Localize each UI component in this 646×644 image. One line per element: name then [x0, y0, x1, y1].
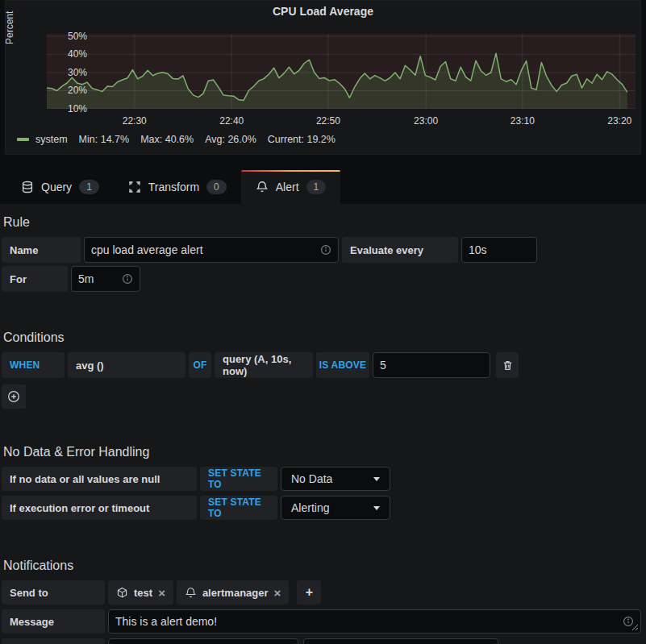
chart-legend: system Min: 14.7% Max: 40.6% Avg: 26.0% … — [17, 134, 347, 145]
y-tick-label: 40% — [55, 48, 87, 60]
legend-max: Max: 40.6% — [140, 134, 194, 145]
y-tick-label: 30% — [55, 67, 87, 78]
chevron-down-icon — [373, 477, 380, 481]
plot-area[interactable] — [47, 34, 636, 109]
cpu-load-panel: CPU Load Average Percent 10%20%30%40%50%… — [5, 0, 641, 155]
tag-value-field — [303, 638, 498, 644]
y-tick-label: 50% — [55, 31, 87, 42]
rule-for-input[interactable] — [78, 272, 122, 285]
rule-name-label: Name — [2, 237, 81, 263]
condition-reducer-button[interactable]: avg () — [68, 352, 185, 378]
rule-evaluate-label: Evaluate every — [342, 237, 458, 263]
alert-tab-content: Rule Name Evaluate every For Cond — [0, 204, 646, 644]
rule-for-field — [71, 266, 140, 292]
x-tick-label: 23:00 — [407, 115, 444, 127]
chevron-down-icon — [373, 506, 380, 510]
y-tick-label: 10% — [55, 103, 87, 114]
condition-value-input[interactable] — [380, 359, 483, 372]
y-tick-label: 20% — [55, 85, 87, 96]
no-data-label: If no data or all values are null — [2, 467, 197, 491]
x-tick-label: 22:50 — [310, 115, 347, 127]
message-input[interactable] — [115, 615, 623, 628]
exec-error-set-state-button[interactable]: SET STATE TO — [200, 496, 277, 520]
legend-avg: Avg: 26.0% — [205, 134, 256, 145]
tab-transform-label: Transform — [148, 181, 199, 193]
exec-error-state-select[interactable]: Alerting — [281, 496, 390, 520]
plus-circle-icon — [7, 390, 20, 403]
tab-alert-label: Alert — [276, 181, 299, 193]
notifications-heading: Notifications — [2, 523, 641, 573]
cpu-load-chart — [47, 34, 636, 109]
legend-current: Current: 19.2% — [268, 134, 336, 145]
rule-for-label: For — [2, 266, 68, 292]
info-icon — [320, 244, 331, 256]
tab-query-label: Query — [41, 181, 72, 193]
tab-alert-count: 1 — [306, 180, 327, 194]
database-icon — [21, 181, 34, 193]
tab-query[interactable]: Query 1 — [6, 170, 114, 204]
y-axis-label: Percent — [4, 11, 15, 44]
series-color-dash — [17, 138, 29, 141]
tab-transform[interactable]: Transform 0 — [114, 170, 241, 204]
legend-series-name[interactable]: system — [35, 134, 68, 145]
x-tick-label: 23:20 — [601, 115, 638, 127]
channel-pill-test[interactable]: test × — [108, 580, 173, 605]
rule-name-input[interactable] — [91, 243, 320, 256]
tab-query-count: 1 — [79, 180, 99, 194]
add-channel-button[interactable]: + — [297, 580, 321, 605]
tab-transform-count: 0 — [206, 180, 227, 194]
tab-alert[interactable]: Alert 1 — [241, 170, 340, 204]
trash-icon — [502, 359, 514, 372]
exec-error-label: If execution error or timeout — [2, 496, 197, 520]
webhook-cube-icon — [116, 587, 128, 599]
condition-value-field — [373, 352, 490, 378]
message-field — [108, 609, 641, 634]
rule-evaluate-input[interactable] — [469, 243, 530, 256]
rule-name-field — [84, 237, 339, 263]
channel-name: alertmanager — [202, 587, 269, 599]
condition-of-button[interactable]: OF — [189, 352, 211, 378]
x-tick-label: 22:30 — [116, 115, 153, 127]
x-tick-label: 22:40 — [213, 115, 250, 127]
no-data-heading: No Data & Error Handling — [2, 412, 641, 459]
remove-channel-icon[interactable]: × — [274, 587, 281, 599]
info-icon — [122, 273, 133, 285]
exec-error-state-value: Alerting — [291, 501, 329, 514]
conditions-heading: Conditions — [2, 295, 641, 345]
channel-name: test — [134, 587, 152, 599]
rule-heading: Rule — [2, 204, 641, 230]
bell-icon — [256, 181, 269, 193]
x-tick-label: 23:10 — [504, 115, 541, 127]
legend-min: Min: 14.7% — [79, 134, 130, 145]
condition-operator-button[interactable]: IS ABOVE — [316, 352, 369, 378]
panel-editor-tabbar: Query 1 Transform 0 Alert 1 — [0, 155, 646, 204]
no-data-state-select[interactable]: No Data — [281, 467, 390, 491]
condition-when-button[interactable]: WHEN — [2, 352, 65, 378]
bell-icon — [185, 587, 197, 599]
resize-handle-icon[interactable] — [631, 624, 639, 631]
send-to-label: Send to — [2, 580, 105, 605]
channel-pill-alertmanager[interactable]: alertmanager × — [177, 580, 289, 605]
tags-label: Tags — [2, 638, 105, 644]
no-data-set-state-button[interactable]: SET STATE TO — [200, 467, 277, 491]
remove-channel-icon[interactable]: × — [158, 587, 165, 599]
tag-name-field — [108, 638, 298, 644]
no-data-state-value: No Data — [291, 472, 332, 485]
rule-evaluate-field — [461, 237, 537, 263]
condition-query-button[interactable]: query (A, 10s, now) — [215, 352, 313, 378]
delete-condition-button[interactable] — [496, 352, 519, 378]
panel-title: CPU Load Average — [6, 1, 640, 18]
add-condition-button[interactable] — [2, 384, 26, 409]
transform-icon — [128, 181, 141, 193]
message-label: Message — [2, 609, 105, 634]
